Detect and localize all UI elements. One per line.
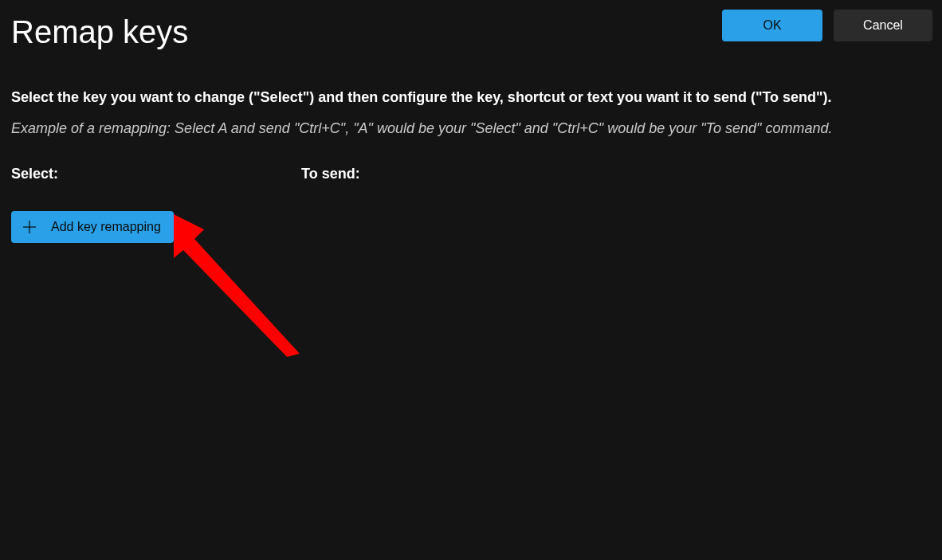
dialog-title: Remap keys (11, 11, 188, 53)
add-key-remapping-button[interactable]: Add key remapping (11, 211, 174, 243)
select-column-label: Select: (11, 166, 301, 182)
add-button-label: Add key remapping (51, 220, 161, 234)
plus-icon (22, 220, 37, 234)
example-text: Example of a remapping: Select A and sen… (11, 119, 931, 139)
to-send-column-label: To send: (301, 166, 931, 182)
description-text: Select the key you want to change ("Sele… (11, 88, 931, 108)
cancel-button[interactable]: Cancel (834, 10, 932, 41)
ok-button[interactable]: OK (722, 10, 822, 41)
dialog-buttons: OK Cancel (722, 10, 932, 41)
